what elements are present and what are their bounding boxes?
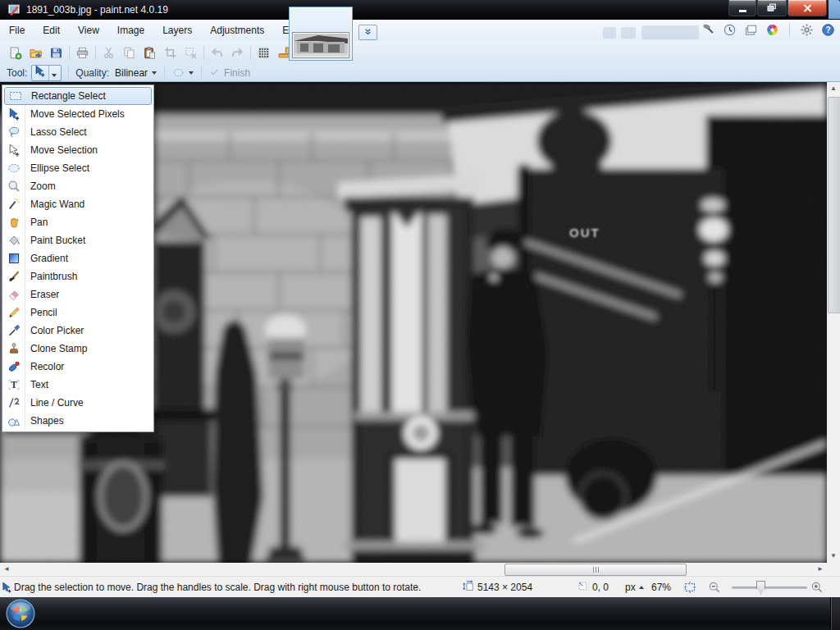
menu-image[interactable]: Image [108, 20, 153, 41]
show-desktop-button[interactable] [830, 597, 840, 630]
finish-button[interactable]: Finish [209, 66, 250, 80]
layers-icon[interactable] [744, 23, 758, 37]
tools-menu-item-label: Line / Curve [25, 397, 84, 409]
close-button[interactable] [788, 0, 827, 16]
image-list-tab[interactable] [289, 7, 353, 61]
colors-icon[interactable] [765, 23, 779, 37]
tools-hammer-icon[interactable] [701, 23, 715, 37]
menu-view[interactable]: View [69, 20, 108, 41]
svg-text:?: ? [825, 25, 830, 34]
tools-menu-item-label: Recolor [25, 361, 64, 372]
quality-value[interactable]: Bilinear [115, 67, 148, 79]
ellipse-select-icon [2, 162, 25, 175]
tools-menu-item-label: Gradient [25, 253, 68, 264]
tools-menu-item-color-picker[interactable]: Color Picker [2, 322, 153, 340]
tools-menu-item-label: Pan [25, 217, 48, 228]
tools-menu-item-clone-stamp[interactable]: Clone Stamp [2, 340, 153, 358]
toolbar-separator [95, 46, 96, 60]
lasso-select-icon [2, 126, 25, 139]
paste-button[interactable] [139, 43, 160, 62]
scroll-up-arrow[interactable]: ▲ [827, 82, 840, 95]
move-selected-pixels-icon [2, 107, 25, 121]
tools-menu-item-label: Rectangle Select [25, 90, 106, 102]
tool-options-bar: Tool: Quality: Bilinear Finish [0, 64, 840, 82]
new-button[interactable] [5, 43, 25, 62]
tools-menu-item-label: Move Selected Pixels [25, 108, 125, 120]
start-button[interactable] [5, 598, 36, 629]
move-selected-pixels-icon [34, 65, 46, 80]
tools-menu-item-move-selected-pixels[interactable]: Move Selected Pixels [2, 105, 153, 123]
tools-menu-item-paint-bucket[interactable]: Paint Bucket [2, 231, 153, 249]
shape-dropdown-arrow[interactable] [189, 71, 194, 75]
scroll-left-arrow[interactable]: ◄ [0, 563, 13, 576]
minimize-button[interactable] [728, 0, 756, 16]
sample-ellipse-icon[interactable] [172, 66, 185, 79]
tools-menu-item-text[interactable]: TText [2, 376, 153, 394]
vertical-scrollbar[interactable]: ▲ ▼ [827, 82, 840, 563]
clone-stamp-icon [2, 342, 25, 355]
tools-menu-item-ellipse-select[interactable]: Ellipse Select [2, 159, 153, 177]
cursor-position-value: 0, 0 [592, 582, 609, 593]
magic-wand-icon [2, 198, 25, 211]
horizontal-scrollbar[interactable]: ◄ ► [0, 563, 827, 576]
history-icon[interactable] [723, 23, 737, 37]
tool-dropdown-arrow[interactable] [48, 66, 59, 80]
horizontal-scroll-thumb[interactable] [504, 564, 687, 576]
toolbar-separator [203, 46, 204, 60]
tools-menu-item-gradient[interactable]: Gradient [2, 249, 153, 267]
vertical-scroll-thumb[interactable] [828, 97, 840, 313]
tools-menu-item-lasso-select[interactable]: Lasso Select [2, 123, 153, 141]
open-button[interactable] [25, 43, 46, 62]
tools-menu-item-shapes[interactable]: Shapes [2, 412, 153, 430]
zoom-slider-thumb[interactable] [756, 581, 765, 595]
tools-menu-item-line-curve[interactable]: Line / Curve [2, 394, 153, 412]
tools-menu-item-eraser[interactable]: Eraser [2, 285, 153, 304]
tools-menu-item-zoom[interactable]: Zoom [2, 177, 153, 195]
tools-menu-item-pencil[interactable]: Pencil [2, 304, 153, 322]
grid-button[interactable] [253, 43, 274, 62]
fit-window-button[interactable] [683, 577, 696, 598]
tools-menu-item-rectangle-select[interactable]: Rectangle Select [4, 87, 152, 105]
tools-menu-item-move-selection[interactable]: Move Selection [2, 141, 153, 159]
double-chevron-down-icon [363, 25, 373, 40]
maximize-button[interactable] [757, 0, 787, 16]
undo-button [207, 43, 227, 62]
quality-dropdown-arrow[interactable] [152, 71, 157, 75]
title-bar: 1891_003b.jpg - paint.net 4.0.19 [0, 0, 840, 20]
settings-gear-icon[interactable] [800, 23, 814, 37]
unit-dropdown[interactable]: px [625, 577, 644, 598]
save-button[interactable] [46, 43, 66, 62]
zoom-in-button[interactable] [810, 577, 824, 598]
tools-menu-item-paintbrush[interactable]: Paintbrush [2, 267, 153, 285]
current-tool-button[interactable] [31, 65, 62, 81]
print-button[interactable] [72, 43, 93, 62]
ghost-window-artifact [603, 27, 616, 39]
finish-label: Finish [224, 67, 250, 79]
tools-menu-item-recolor[interactable]: Recolor [2, 358, 153, 376]
image-list-button[interactable] [358, 25, 377, 40]
rectangle-select-icon [5, 89, 25, 103]
tools-menu-item-label: Eraser [25, 289, 59, 300]
tools-menu-item-label: Clone Stamp [25, 343, 87, 354]
app-icon [7, 3, 21, 16]
tools-menu-item-label: Lasso Select [25, 126, 87, 138]
utility-window-toggles: ? [701, 23, 835, 37]
redo-button [227, 43, 248, 62]
menu-adjustments[interactable]: Adjustments [201, 20, 273, 41]
zoom-slider-track[interactable] [732, 587, 807, 589]
tools-menu-item-pan[interactable]: Pan [2, 213, 153, 231]
help-icon[interactable]: ? [821, 23, 835, 37]
menu-layers[interactable]: Layers [153, 20, 201, 41]
menu-edit[interactable]: Edit [34, 20, 69, 41]
scroll-right-arrow[interactable]: ► [814, 563, 827, 576]
menu-file[interactable]: File [0, 20, 34, 41]
tool-label: Tool: [7, 67, 27, 79]
scroll-down-arrow[interactable]: ▼ [827, 550, 840, 563]
paintbrush-icon [2, 270, 25, 283]
deselect-button [180, 43, 201, 62]
tools-menu-item-label: Zoom [25, 180, 56, 192]
zoom-out-button[interactable] [708, 577, 721, 598]
tools-menu-item-magic-wand[interactable]: Magic Wand [2, 195, 153, 213]
pencil-icon [2, 306, 25, 319]
gradient-icon [2, 252, 25, 265]
